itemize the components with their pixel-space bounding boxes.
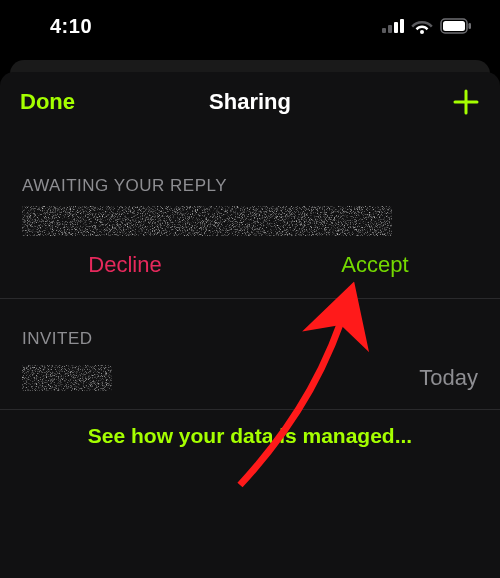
sharing-sheet: Done Sharing AWAITING YOUR REPLY Decline… [0, 72, 500, 578]
data-management-link[interactable]: See how your data is managed... [0, 410, 500, 462]
invited-when: Today [419, 365, 478, 391]
status-time: 4:10 [50, 15, 92, 38]
battery-icon [440, 18, 472, 34]
svg-rect-9 [22, 365, 112, 391]
add-button[interactable] [452, 88, 480, 116]
svg-rect-3 [400, 19, 404, 33]
svg-rect-7 [469, 23, 472, 29]
plus-icon [452, 88, 480, 116]
svg-rect-1 [388, 25, 392, 33]
cellular-icon [382, 19, 404, 33]
status-bar: 4:10 [0, 0, 500, 56]
redacted-contact-name [22, 206, 392, 236]
done-button[interactable]: Done [20, 89, 75, 115]
svg-rect-2 [394, 22, 398, 33]
wifi-icon [411, 18, 433, 34]
svg-rect-8 [22, 206, 392, 236]
svg-rect-6 [443, 21, 465, 31]
svg-rect-0 [382, 28, 386, 33]
redacted-invited-name [22, 365, 112, 391]
status-icons [382, 18, 472, 34]
awaiting-section: AWAITING YOUR REPLY Decline Accept [0, 134, 500, 299]
awaiting-header: AWAITING YOUR REPLY [0, 176, 500, 206]
accept-button[interactable]: Accept [250, 236, 500, 298]
invited-section: INVITED Today [0, 299, 500, 410]
invited-header: INVITED [0, 329, 500, 359]
nav-bar: Done Sharing [0, 72, 500, 134]
page-title: Sharing [0, 89, 500, 115]
decline-button[interactable]: Decline [0, 236, 250, 298]
request-actions: Decline Accept [0, 236, 500, 299]
svg-point-4 [420, 30, 424, 34]
awaiting-request-row [0, 206, 500, 236]
invited-row[interactable]: Today [0, 359, 500, 409]
